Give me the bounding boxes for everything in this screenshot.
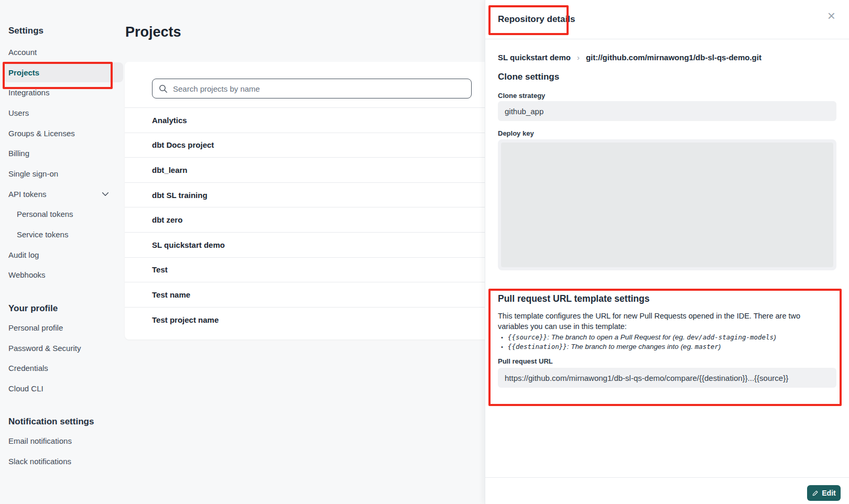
project-row[interactable]: Analytics — [125, 107, 485, 133]
repository-details-panel: Repository details × SL quickstart demo … — [485, 0, 849, 504]
bullet-icon: • — [501, 344, 503, 350]
edit-button[interactable]: Edit — [807, 485, 841, 501]
deploy-key-field — [498, 139, 836, 270]
breadcrumb-repo-url: git://github.com/mirnawong1/db-sl-qs-dem… — [586, 53, 761, 62]
pull-request-url-label: Pull request URL — [498, 357, 553, 365]
panel-footer-divider — [485, 477, 849, 478]
pencil-icon — [812, 490, 819, 497]
project-search — [152, 79, 472, 98]
projects-card: Analytics dbt Docs project dbt_learn dbt… — [125, 62, 485, 339]
panel-title: Repository details — [498, 14, 575, 25]
project-row[interactable]: dbt Docs project — [125, 133, 485, 158]
breadcrumb-project[interactable]: SL quickstart demo — [498, 53, 571, 62]
project-row[interactable]: SL quickstart demo — [125, 232, 485, 257]
clone-strategy-field: github_app — [498, 101, 836, 121]
sidebar-item-projects[interactable]: Projects — [0, 62, 126, 83]
project-row[interactable]: Test — [125, 257, 485, 282]
breadcrumb: SL quickstart demo › git://github.com/mi… — [498, 53, 761, 62]
clone-strategy-label: Clone strategy — [498, 92, 545, 100]
pr-template-description: This template configures the URL for new… — [498, 311, 829, 332]
search-icon — [159, 84, 168, 93]
search-input[interactable] — [173, 84, 465, 93]
variable-bullet-destination: • {{destination}}: The branch to merge c… — [501, 343, 776, 350]
panel-header: Repository details × — [485, 0, 849, 39]
clone-settings-heading: Clone settings — [498, 72, 559, 82]
variable-bullet-source: • {{source}}: The branch to open a Pull … — [501, 333, 776, 341]
deploy-key-label: Deploy key — [498, 129, 534, 137]
pr-template-heading: Pull request URL template settings — [498, 293, 649, 304]
project-row[interactable]: Test name — [125, 282, 485, 307]
page-title: Projects — [125, 24, 181, 40]
project-list: Analytics dbt Docs project dbt_learn dbt… — [125, 107, 485, 332]
pull-request-url-field: https://github.com/mirnawong1/db-sl-qs-d… — [498, 368, 836, 388]
breadcrumb-separator-icon: › — [577, 53, 580, 62]
deploy-key-redacted-content — [501, 143, 833, 267]
close-icon[interactable]: × — [828, 9, 835, 23]
project-row[interactable]: dbt SL training — [125, 182, 485, 207]
project-row[interactable]: dbt zero — [125, 207, 485, 232]
app-screen: Settings Account Projects Integrations U… — [0, 0, 849, 504]
project-row[interactable]: Test project name — [125, 307, 485, 332]
bullet-icon: • — [501, 334, 503, 341]
pr-template-variables: • {{source}}: The branch to open a Pull … — [501, 333, 776, 350]
project-row[interactable]: dbt_learn — [125, 157, 485, 182]
